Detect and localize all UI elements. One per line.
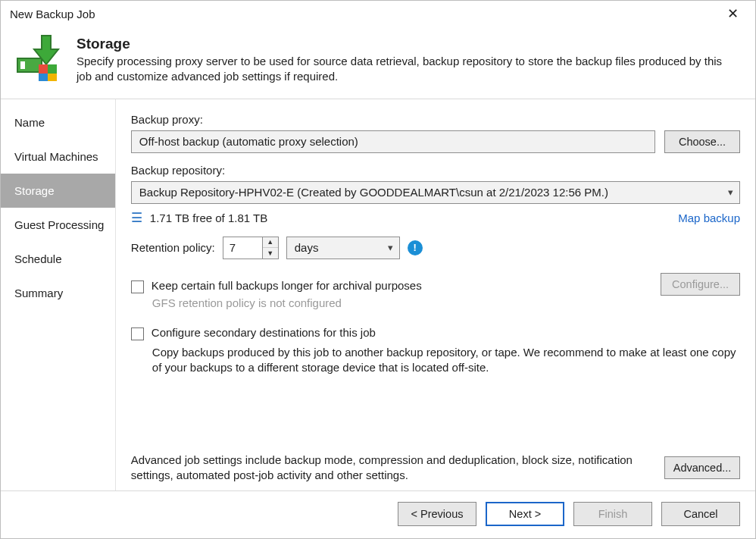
finish-button: Finish: [573, 502, 652, 526]
retention-unit-select[interactable]: days ▾: [286, 237, 400, 259]
retention-count-value[interactable]: 7: [223, 237, 262, 259]
retention-policy-label: Retention policy:: [131, 241, 215, 254]
map-backup-link[interactable]: Map backup: [678, 212, 740, 224]
content-panel: Backup proxy: Off-host backup (automatic…: [116, 99, 755, 491]
sidebar-item-virtual-machines[interactable]: Virtual Machines: [1, 139, 115, 174]
window-title: New Backup Job: [10, 8, 95, 20]
backup-proxy-label: Backup proxy:: [131, 113, 740, 126]
titlebar: New Backup Job ✕: [1, 1, 755, 25]
info-icon[interactable]: !: [408, 240, 423, 255]
gfs-checkbox[interactable]: [131, 280, 144, 293]
page-header: Storage Specify processing proxy server …: [1, 25, 755, 99]
choose-button[interactable]: Choose...: [664, 130, 740, 153]
dialog-window: New Backup Job ✕ Storage Specify process…: [0, 0, 756, 539]
chevron-down-icon: ▾: [388, 242, 393, 253]
sidebar-item-guest-processing[interactable]: Guest Processing: [1, 208, 115, 242]
svg-rect-1: [20, 61, 25, 69]
free-space-text: 1.71 TB free of 1.81 TB: [150, 212, 267, 224]
close-icon[interactable]: ✕: [717, 5, 748, 22]
backup-repository-select[interactable]: Backup Repository-HPHV02-E (Created by G…: [131, 181, 740, 204]
chevron-down-icon: ▾: [728, 186, 733, 198]
secondary-destinations-checkbox[interactable]: [131, 327, 144, 340]
advanced-settings-description: Advanced job settings include backup mod…: [131, 453, 654, 484]
dialog-footer: < Previous Next > Finish Cancel: [1, 490, 755, 538]
configure-gfs-button: Configure...: [661, 273, 740, 296]
header-text: Storage Specify processing proxy server …: [77, 33, 740, 85]
sidebar-item-schedule[interactable]: Schedule: [1, 242, 115, 276]
wizard-sidebar: Name Virtual Machines Storage Guest Proc…: [1, 99, 116, 491]
spinner-up-icon[interactable]: ▲: [263, 237, 278, 248]
next-button[interactable]: Next >: [486, 502, 564, 526]
sidebar-item-name[interactable]: Name: [1, 105, 115, 139]
svg-rect-3: [48, 64, 57, 74]
storage-icon: [16, 33, 64, 81]
secondary-destinations-description: Copy backups produced by this job to ano…: [152, 345, 740, 376]
backup-proxy-field[interactable]: Off-host backup (automatic proxy selecti…: [131, 130, 655, 153]
gfs-hint: GFS retention policy is not configured: [152, 296, 651, 309]
sidebar-item-storage[interactable]: Storage: [1, 174, 115, 208]
gfs-checkbox-label: Keep certain full backups longer for arc…: [152, 279, 422, 292]
page-title: Storage: [77, 36, 740, 52]
svg-rect-2: [39, 64, 48, 74]
cancel-button[interactable]: Cancel: [661, 502, 740, 526]
previous-button[interactable]: < Previous: [398, 502, 476, 526]
page-subtitle: Specify processing proxy server to be us…: [77, 54, 740, 85]
retention-unit-value: days: [295, 241, 319, 254]
svg-rect-4: [39, 74, 48, 81]
database-icon: ☰: [131, 212, 142, 224]
dialog-body: Name Virtual Machines Storage Guest Proc…: [1, 99, 755, 491]
spinner-down-icon[interactable]: ▼: [263, 247, 278, 259]
backup-repository-label: Backup repository:: [131, 164, 740, 177]
retention-count-stepper[interactable]: 7 ▲ ▼: [223, 237, 279, 259]
advanced-button[interactable]: Advanced...: [664, 456, 740, 479]
sidebar-item-summary[interactable]: Summary: [1, 276, 115, 310]
backup-repository-value: Backup Repository-HPHV02-E (Created by G…: [139, 186, 608, 199]
secondary-destinations-label: Configure secondary destinations for thi…: [152, 326, 376, 339]
svg-rect-5: [48, 74, 57, 81]
